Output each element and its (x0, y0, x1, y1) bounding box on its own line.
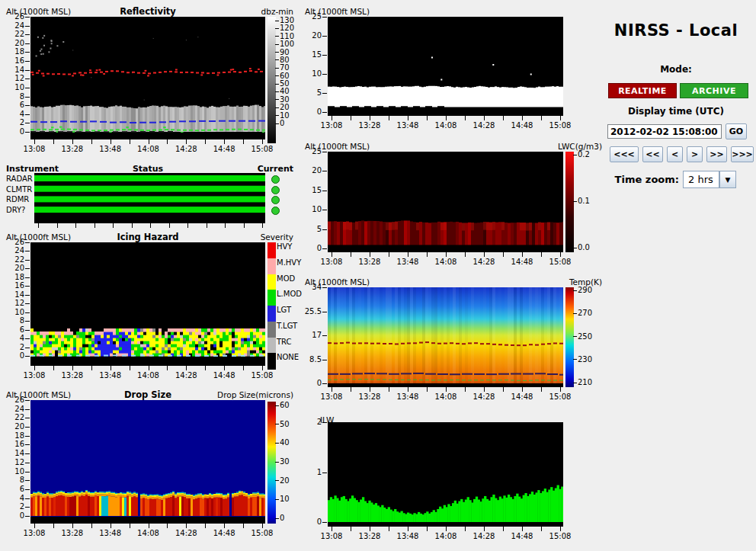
go-button[interactable]: GO (726, 123, 747, 139)
time-zoom-dropdown-arrow-icon[interactable]: ▼ (719, 171, 736, 188)
nirss-app: Alt (1000ft MSL) Reflectivity dbz-min 13… (0, 0, 756, 551)
dropsize-plot (30, 400, 265, 524)
status-row-label: RADAR (6, 175, 33, 183)
icing-severity-colorbar: HVYM.HVYMODL.MODLGTT.LGTTRCNONE (267, 242, 276, 369)
status-led (271, 175, 280, 184)
display-time-input[interactable] (607, 124, 722, 139)
realtime-button[interactable]: REALTIME (608, 83, 677, 98)
dropsize-x-axis: 13:0813:2813:4814:0814:2814:4815:08 (30, 524, 265, 540)
icing-colorbar-label: Severity (187, 232, 293, 242)
lwc-plot (328, 152, 563, 252)
lwc-x-axis: 13:0813:2813:4814:0814:2814:4815:08 (328, 252, 563, 269)
status-led (271, 196, 280, 204)
status-row-label: RDMR (6, 195, 29, 203)
cloud-x-axis: 13:0813:2813:4814:0814:2814:4815:08 (328, 116, 563, 133)
temp-colorbar: 290270250230210 (565, 287, 574, 387)
status-row-label: DRY? (6, 206, 25, 214)
archive-button[interactable]: ARCHIVE (680, 83, 748, 98)
nav-fwd-button[interactable]: > (687, 146, 703, 162)
cloud-y-axis: 0510152025 (305, 17, 328, 112)
nav-back-med-button[interactable]: << (642, 146, 663, 162)
ilw-y-axis: 012 (305, 422, 328, 522)
status-row-label: CLMTR (6, 185, 32, 194)
status-led (271, 186, 280, 194)
nav-back-fast-button[interactable]: <<< (610, 146, 639, 162)
dropsize-y-axis: 02468101214161820222426 (8, 400, 30, 516)
status-led (271, 207, 280, 215)
lwc-y-axis: 0510152025 (305, 152, 328, 248)
ilw-x-axis: 13:0813:2813:4814:0814:2814:4815:08 (328, 527, 563, 543)
status-row-labels: RADARCLMTRRDMRDRY? (6, 175, 34, 222)
icing-y-axis: 02468101214161820222426 (8, 242, 30, 356)
temp-y-axis: 08.51725.534 (305, 287, 328, 383)
reflectivity-x-axis: 13:0813:2813:4814:0814:2814:4815:08 (30, 139, 265, 156)
nav-back-button[interactable]: < (667, 146, 683, 162)
status-bars (34, 173, 265, 223)
time-zoom-select[interactable]: 2 hrs (683, 171, 719, 188)
mode-label: Mode: (596, 64, 756, 75)
time-zoom-label: Time zoom: (596, 174, 679, 185)
reflectivity-y-axis: 02468101214161820222426 (8, 17, 30, 132)
ilw-plot (328, 422, 563, 527)
nav-fwd-med-button[interactable]: >> (706, 146, 727, 162)
reflectivity-plot (30, 17, 265, 139)
status-leds (271, 175, 280, 222)
page-title: NIRSS - Local (596, 21, 756, 40)
temp-plot (328, 287, 563, 387)
nav-fwd-fast-button[interactable]: >>> (731, 146, 754, 162)
cloud-plot (328, 17, 563, 116)
control-panel: NIRSS - Local Mode: REALTIME ARCHIVE Dis… (596, 0, 756, 198)
temp-x-axis: 13:0813:2813:4814:0814:2814:4815:08 (328, 387, 563, 404)
lwc-colorbar: 0.20.10.0 (565, 152, 574, 252)
reflectivity-colorbar-label: dbz-min (187, 7, 293, 16)
display-time-label: Display time (UTC) (596, 106, 756, 117)
dropsize-colorbar: 6050403020100 (267, 402, 276, 524)
reflectivity-colorbar: 1301201101009080706050403020100 (267, 17, 276, 143)
icing-plot (30, 242, 265, 366)
icing-x-axis: 13:0813:2813:4814:0814:2814:4815:08 (30, 366, 265, 383)
dropsize-colorbar-label: Drop Size(microns) (187, 390, 293, 399)
